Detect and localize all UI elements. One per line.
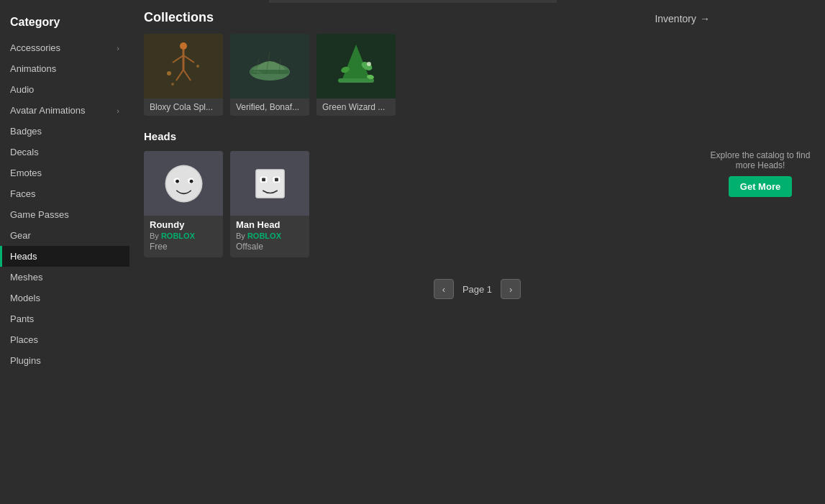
sidebar-item-label: Pants bbox=[10, 313, 34, 324]
inventory-link[interactable]: Inventory → bbox=[655, 13, 710, 24]
collection-image-1 bbox=[230, 34, 309, 98]
inventory-label: Inventory bbox=[655, 13, 696, 24]
svg-line-1 bbox=[173, 55, 183, 63]
sidebar-item-label: Audio bbox=[10, 84, 34, 95]
collections-title: Collections bbox=[144, 10, 214, 25]
pagination: ‹ Page 1 › bbox=[144, 279, 811, 299]
sidebar-item-label: Plugins bbox=[10, 355, 41, 366]
get-more-panel: Explore the catalog to find more Heads! … bbox=[710, 150, 811, 197]
collection-label-1: Verified, Bonaf... bbox=[230, 98, 309, 116]
sidebar-item-label: Gear bbox=[10, 230, 31, 241]
collection-card-0[interactable]: Bloxy Cola Spl... bbox=[144, 34, 223, 116]
sidebar-item-emotes[interactable]: Emotes bbox=[0, 162, 129, 183]
svg-line-2 bbox=[183, 55, 194, 63]
sidebar-item-decals[interactable]: Decals bbox=[0, 142, 129, 162]
sidebar-item-faces[interactable]: Faces bbox=[0, 183, 129, 204]
collections-header: Collections bbox=[144, 10, 811, 25]
item-image-roundy bbox=[144, 151, 223, 216]
sidebar-item-label: Heads bbox=[10, 251, 37, 262]
sidebar-item-label: Decals bbox=[10, 147, 39, 157]
svg-rect-30 bbox=[262, 178, 265, 181]
item-card-manhead[interactable]: Man HeadBy ROBLOXOffsale bbox=[230, 151, 309, 257]
sidebar-item-label: Animations bbox=[10, 63, 56, 74]
sidebar: Category Accessories›AnimationsAudioAvat… bbox=[0, 10, 129, 385]
item-card-roundy[interactable]: RoundyBy ROBLOXFree bbox=[144, 151, 223, 257]
sidebar-item-label: Models bbox=[10, 293, 40, 303]
item-price-roundy: Free bbox=[144, 242, 223, 252]
collections-grid: Bloxy Cola Spl... Verified, Bonaf... Gre… bbox=[144, 34, 811, 116]
sidebar-item-label: Accessories bbox=[10, 42, 60, 53]
svg-line-3 bbox=[176, 70, 183, 81]
svg-point-19 bbox=[367, 62, 371, 66]
chevron-right-icon: › bbox=[117, 106, 119, 115]
svg-point-7 bbox=[196, 65, 199, 68]
sidebar-item-places[interactable]: Places bbox=[0, 329, 129, 350]
collection-card-2[interactable]: Green Wizard ... bbox=[316, 34, 396, 116]
sidebar-item-audio[interactable]: Audio bbox=[0, 79, 129, 100]
sidebar-item-accessories[interactable]: Accessories› bbox=[0, 37, 129, 58]
sidebar-item-label: Avatar Animations bbox=[10, 105, 86, 116]
sidebar-item-label: Badges bbox=[10, 126, 42, 137]
item-by-manhead: By ROBLOX bbox=[230, 232, 309, 242]
svg-rect-31 bbox=[275, 178, 278, 181]
sidebar-item-pants[interactable]: Pants bbox=[0, 308, 129, 329]
chevron-right-icon: › bbox=[117, 44, 119, 52]
sidebar-item-game-passes[interactable]: Game Passes bbox=[0, 204, 129, 225]
svg-point-25 bbox=[189, 179, 193, 183]
item-price-manhead: Offsale bbox=[230, 242, 309, 252]
get-more-text: Explore the catalog to find more Heads! bbox=[710, 150, 811, 170]
collection-label-2: Green Wizard ... bbox=[316, 98, 396, 116]
sidebar-item-badges[interactable]: Badges bbox=[0, 121, 129, 142]
item-name-manhead: Man Head bbox=[230, 216, 309, 232]
svg-point-21 bbox=[166, 166, 201, 201]
sidebar-item-animations[interactable]: Animations bbox=[0, 58, 129, 79]
collection-image-0 bbox=[144, 34, 223, 98]
heads-section-title: Heads bbox=[144, 130, 811, 142]
sidebar-item-heads[interactable]: Heads bbox=[0, 246, 129, 267]
page-label: Page 1 bbox=[460, 284, 495, 295]
sidebar-item-label: Game Passes bbox=[10, 209, 69, 220]
svg-rect-15 bbox=[338, 78, 374, 83]
prev-page-button[interactable]: ‹ bbox=[434, 279, 454, 299]
item-image-manhead bbox=[230, 151, 309, 216]
item-name-roundy: Roundy bbox=[144, 216, 223, 232]
get-more-button[interactable]: Get More bbox=[729, 176, 792, 197]
sidebar-item-label: Places bbox=[10, 334, 38, 345]
inventory-arrow: → bbox=[700, 13, 710, 24]
sidebar-item-avatar-animations[interactable]: Avatar Animations› bbox=[0, 100, 129, 121]
collection-label-0: Bloxy Cola Spl... bbox=[144, 98, 223, 116]
sidebar-item-label: Emotes bbox=[10, 168, 42, 178]
item-by-roundy: By ROBLOX bbox=[144, 232, 223, 242]
sidebar-item-models[interactable]: Models bbox=[0, 288, 129, 308]
next-page-button[interactable]: › bbox=[501, 279, 521, 299]
collection-card-1[interactable]: Verified, Bonaf... bbox=[230, 34, 309, 116]
svg-point-6 bbox=[167, 71, 171, 75]
sidebar-item-plugins[interactable]: Plugins bbox=[0, 350, 129, 371]
sidebar-item-gear[interactable]: Gear bbox=[0, 225, 129, 246]
svg-point-8 bbox=[171, 83, 174, 86]
sidebar-item-label: Faces bbox=[10, 188, 35, 199]
collection-image-2 bbox=[316, 34, 396, 98]
category-header: Category bbox=[0, 10, 129, 37]
svg-point-24 bbox=[176, 179, 179, 183]
sidebar-item-label: Meshes bbox=[10, 272, 43, 283]
sidebar-item-meshes[interactable]: Meshes bbox=[0, 267, 129, 288]
svg-point-5 bbox=[180, 42, 187, 50]
svg-line-4 bbox=[183, 70, 191, 81]
content-area: Collections Bloxy Cola Spl... Verifi bbox=[129, 10, 825, 385]
